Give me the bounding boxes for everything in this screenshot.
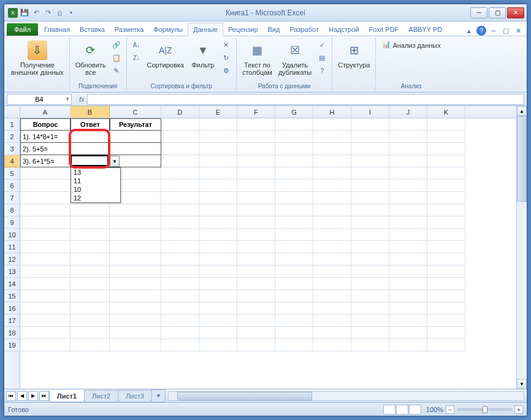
dropdown-item[interactable]: 12	[71, 194, 120, 202]
cell-C11[interactable]	[110, 241, 161, 253]
save-icon[interactable]: 💾	[20, 8, 29, 18]
cell-F14[interactable]	[237, 278, 275, 290]
cell-C9[interactable]	[110, 216, 161, 229]
zoom-out-icon[interactable]: −	[446, 405, 454, 414]
doc-minimize-icon[interactable]: ─	[489, 26, 499, 36]
help-icon[interactable]: ?	[476, 26, 486, 36]
cell-I16[interactable]	[351, 302, 389, 315]
cell-A8[interactable]	[20, 204, 71, 216]
cell-D13[interactable]	[161, 265, 199, 278]
dropdown-item[interactable]: 11	[71, 177, 120, 185]
zoom-in-icon[interactable]: +	[514, 405, 523, 414]
cell-G1[interactable]	[275, 118, 313, 131]
cell-I17[interactable]	[351, 315, 389, 327]
cell-J10[interactable]	[389, 229, 427, 241]
cell-K9[interactable]	[427, 216, 465, 229]
cell-F4[interactable]	[237, 155, 275, 167]
dropdown-item[interactable]: 13	[71, 168, 120, 177]
cell-K6[interactable]	[427, 180, 465, 192]
refresh-all-button[interactable]: ⟳ Обновить все	[74, 39, 108, 78]
cell-G10[interactable]	[275, 229, 313, 241]
cell-A3[interactable]: 2). 5+5=	[20, 143, 71, 155]
cell-G14[interactable]	[275, 278, 313, 290]
cell-D14[interactable]	[161, 278, 199, 290]
cell-E14[interactable]	[199, 278, 237, 290]
cell-J16[interactable]	[389, 302, 427, 315]
sheet-prev-icon[interactable]: ◀	[17, 391, 27, 401]
cell-F10[interactable]	[237, 229, 275, 241]
cell-B9[interactable]	[71, 216, 110, 229]
row-header-3[interactable]: 3	[4, 143, 20, 155]
cell-G8[interactable]	[275, 204, 313, 216]
cell-A13[interactable]	[20, 265, 71, 278]
cell-K15[interactable]	[427, 290, 465, 302]
cell-D9[interactable]	[161, 216, 199, 229]
cell-I3[interactable]	[351, 143, 389, 155]
col-header-D[interactable]: D	[161, 106, 199, 118]
cell-G18[interactable]	[275, 327, 313, 339]
cell-B19[interactable]	[71, 339, 110, 351]
cell-C14[interactable]	[110, 278, 161, 290]
cell-H4[interactable]	[313, 155, 351, 167]
new-sheet-icon[interactable]: ✦	[151, 389, 166, 402]
structure-button[interactable]: ⊞ Структура	[336, 39, 372, 71]
cell-E11[interactable]	[199, 241, 237, 253]
cell-B3[interactable]	[71, 143, 110, 155]
cell-A19[interactable]	[20, 339, 71, 351]
sort-button[interactable]: A|Z Сортировка	[145, 39, 186, 71]
cell-I19[interactable]	[351, 339, 389, 351]
cell-B14[interactable]	[71, 278, 110, 290]
validation-icon[interactable]: ✓	[316, 39, 328, 51]
cell-J19[interactable]	[389, 339, 427, 351]
get-external-data-button[interactable]: ⇩ Получение внешних данных	[9, 39, 66, 78]
cell-J12[interactable]	[389, 253, 427, 265]
cell-I12[interactable]	[351, 253, 389, 265]
tab-view[interactable]: Вид	[263, 23, 285, 36]
cell-D2[interactable]	[161, 131, 199, 143]
cell-B1[interactable]: Ответ	[71, 118, 110, 131]
row-header-10[interactable]: 10	[4, 229, 20, 241]
cell-D5[interactable]	[161, 167, 199, 180]
zoom-level[interactable]: 100%	[426, 406, 443, 413]
cell-C1[interactable]: Результат	[110, 118, 161, 131]
cell-B13[interactable]	[71, 265, 110, 278]
cell-F19[interactable]	[237, 339, 275, 351]
tab-layout[interactable]: Разметка	[110, 23, 149, 36]
row-header-8[interactable]: 8	[4, 204, 20, 216]
cell-H14[interactable]	[313, 278, 351, 290]
cell-J1[interactable]	[389, 118, 427, 131]
col-header-I[interactable]: I	[351, 106, 389, 118]
cell-G19[interactable]	[275, 339, 313, 351]
cell-E1[interactable]	[199, 118, 237, 131]
col-header-F[interactable]: F	[237, 106, 275, 118]
sheet-last-icon[interactable]: ⏭	[39, 391, 49, 401]
cell-E5[interactable]	[199, 167, 237, 180]
cell-B11[interactable]	[71, 241, 110, 253]
redo-icon[interactable]: ↷	[43, 8, 53, 18]
cell-K17[interactable]	[427, 315, 465, 327]
sort-asc-icon[interactable]: A↓	[131, 39, 143, 51]
tab-formulas[interactable]: Формулы	[148, 23, 188, 36]
cell-C2[interactable]	[110, 131, 161, 143]
text-to-columns-button[interactable]: ▦ Текст по столбцам	[240, 39, 274, 78]
cell-G17[interactable]	[275, 315, 313, 327]
cell-E19[interactable]	[199, 339, 237, 351]
reapply-icon[interactable]: ↻	[220, 52, 232, 64]
properties-icon[interactable]: 📋	[110, 52, 123, 64]
cell-C10[interactable]	[110, 229, 161, 241]
tab-data[interactable]: Данные	[188, 23, 223, 36]
cell-F13[interactable]	[237, 265, 275, 278]
tab-foxit[interactable]: Foxit PDF	[364, 23, 403, 36]
cell-H5[interactable]	[313, 167, 351, 180]
col-header-H[interactable]: H	[313, 106, 351, 118]
view-break-icon[interactable]	[409, 405, 421, 414]
cell-E9[interactable]	[199, 216, 237, 229]
cell-K14[interactable]	[427, 278, 465, 290]
qat-more-icon[interactable]: ▾	[66, 8, 76, 18]
edit-links-icon[interactable]: ✎	[110, 64, 123, 77]
cell-K13[interactable]	[427, 265, 465, 278]
cell-J3[interactable]	[389, 143, 427, 155]
cell-H15[interactable]	[313, 290, 351, 302]
sheet-tab-3[interactable]: Лист3	[118, 390, 152, 402]
zoom-slider[interactable]	[457, 408, 512, 411]
